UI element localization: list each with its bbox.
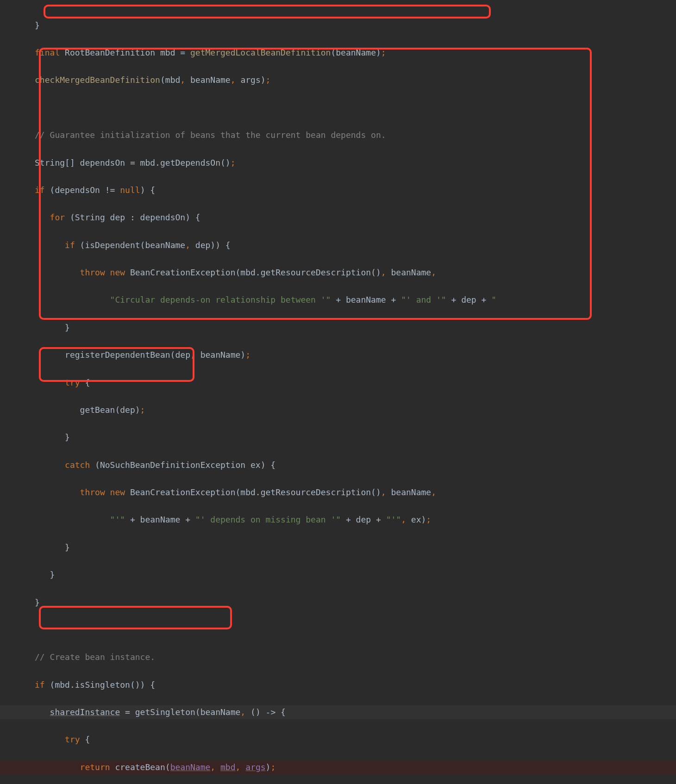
code-line: } — [0, 19, 676, 32]
code-line: "'" + beanName + "' depends on missing b… — [0, 513, 676, 527]
code-line — [0, 101, 676, 115]
code-line: } — [0, 321, 676, 335]
code-line: getBean(dep); — [0, 403, 676, 417]
code-line — [0, 623, 676, 637]
code-line: throw new BeanCreationException(mbd.getR… — [0, 266, 676, 280]
code-line: final RootBeanDefinition mbd = getMerged… — [0, 46, 676, 60]
code-line: String[] dependsOn = mbd.getDependsOn(); — [0, 156, 676, 170]
code-line: catch (NoSuchBeanDefinitionException ex)… — [0, 458, 676, 472]
code-line: checkMergedBeanDefinition(mbd, beanName,… — [0, 73, 676, 87]
code-line: try { — [0, 733, 676, 747]
code-line: registerDependentBean(dep, beanName); — [0, 348, 676, 362]
code-line: // Guarantee initialization of beans tha… — [0, 128, 676, 142]
code-line: sharedInstance = getSingleton(beanName, … — [0, 705, 676, 719]
code-line-highlighted: return createBean(beanName, mbd, args); — [0, 760, 676, 774]
code-line: if (mbd.isSingleton()) { — [0, 678, 676, 692]
code-line: } — [0, 596, 676, 610]
code-line: throw new BeanCreationException(mbd.getR… — [0, 485, 676, 499]
code-line: } — [0, 430, 676, 444]
code-line: "Circular depends-on relationship betwee… — [0, 293, 676, 307]
code-line: for (String dep : dependsOn) { — [0, 211, 676, 224]
code-line: // Create bean instance. — [0, 650, 676, 664]
code-line: } — [0, 568, 676, 582]
code-line: if (dependsOn != null) { — [0, 183, 676, 197]
code-editor: } final RootBeanDefinition mbd = getMerg… — [0, 0, 676, 784]
code-line: if (isDependent(beanName, dep)) { — [0, 238, 676, 252]
code-line: } — [0, 541, 676, 554]
code-line: try { — [0, 376, 676, 390]
